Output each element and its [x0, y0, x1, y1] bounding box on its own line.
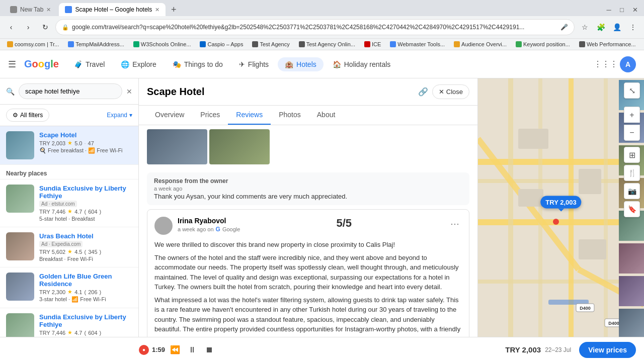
- nav-tab-rentals-label: Holiday rentals: [344, 60, 391, 68]
- bookmark-w3schools[interactable]: W3Schools Online...: [130, 40, 194, 48]
- tab2-close[interactable]: ✕: [155, 7, 159, 13]
- bookmark-webmaster[interactable]: Webmaster Tools...: [387, 40, 448, 48]
- search-input[interactable]: [19, 83, 122, 99]
- hotel-item-scape[interactable]: Scape Hotel TRY 2,003 ★ 5.0 · 47 🍳 Free …: [0, 126, 138, 165]
- bookmark-test-agency-online[interactable]: Test Agency Onlin...: [296, 40, 358, 48]
- bookmark-coomsy[interactable]: coomsy.com | Tr...: [4, 40, 62, 48]
- bookmark-tempmail[interactable]: TempMailAddress...: [65, 40, 127, 48]
- hamburger-menu[interactable]: ☰: [8, 59, 16, 70]
- tab1-title: New Tab: [20, 6, 43, 13]
- nearby-icon[interactable]: 🍴: [624, 165, 640, 181]
- amenity1-uras: Breakfast: [39, 256, 62, 262]
- map-thumb-8[interactable]: [619, 309, 644, 339]
- close-browser-icon[interactable]: ✕: [630, 5, 640, 15]
- zoom-out-button[interactable]: −: [624, 125, 640, 141]
- rating-uras: 4.5: [74, 249, 82, 255]
- nav-tab-flights-label: Flights: [248, 60, 269, 68]
- owner-response-text: Thank you Aysan, your kind comments are …: [154, 193, 462, 200]
- hotel-item-sundia1[interactable]: Sundia Exclusive by Liberty Fethiye Ad ·…: [0, 179, 138, 227]
- nav-tab-explore[interactable]: 🌐 Explore: [114, 57, 163, 71]
- zoom-in-button[interactable]: +: [624, 107, 640, 123]
- nav-tab-rentals[interactable]: 🏠 Holiday rentals: [326, 57, 398, 71]
- nav-tab-travel[interactable]: 🧳 Travel: [67, 57, 112, 71]
- tab-1[interactable]: New Tab ✕: [4, 3, 57, 16]
- hotel-amenity-scape: 🍳 Free breakfast · 📶 Free Wi-Fi: [39, 147, 132, 154]
- hotel-item-golden[interactable]: Golden Life Blue Green Residence TRY 2,3…: [0, 267, 138, 308]
- view-prices-button[interactable]: View prices: [579, 342, 636, 358]
- camera-icon[interactable]: 📷: [624, 183, 640, 199]
- map-price-badge[interactable]: TRY 2,003: [540, 196, 581, 209]
- flights-icon: ✈: [239, 60, 245, 68]
- review-more-button[interactable]: ⋯: [448, 217, 462, 231]
- tab1-close[interactable]: ✕: [46, 7, 51, 13]
- bookmark-pagespeed[interactable]: PageSpeed Insights: [642, 40, 645, 48]
- expand-button[interactable]: Expand ▾: [107, 112, 132, 119]
- map-type-button[interactable]: ⊞: [624, 147, 640, 163]
- review-photo-1[interactable]: [147, 129, 207, 164]
- bookmark-icon[interactable]: ☆: [578, 20, 592, 34]
- tab-prices[interactable]: Prices: [192, 106, 228, 125]
- reviewer-source: a week ago on G Google: [178, 226, 240, 233]
- mic-icon[interactable]: 🎤: [560, 24, 568, 31]
- nav-tab-hotels[interactable]: 🏨 Hotels: [278, 57, 324, 71]
- bookmark-caspio[interactable]: Caspio – Apps: [197, 40, 246, 48]
- user-avatar[interactable]: A: [620, 56, 636, 72]
- new-tab-button[interactable]: +: [168, 4, 180, 16]
- bottom-dates: 22–23 Jul: [545, 346, 571, 353]
- tab-about[interactable]: About: [309, 106, 344, 125]
- profile-icon[interactable]: 👤: [610, 20, 624, 34]
- header-right: ⋮⋮⋮ A: [598, 56, 636, 72]
- ad-badge-uras: Ad · Expedia.com: [39, 241, 83, 247]
- tab-2[interactable]: Scape Hotel – Google hotels ✕: [59, 3, 166, 16]
- map-thumb-6[interactable]: [619, 243, 644, 274]
- clear-search-icon[interactable]: ✕: [126, 87, 132, 96]
- google-logo[interactable]: Google: [24, 58, 59, 70]
- hotel-rating-meta-sundia2: TRY 7,446 ★ 4.7 (604): [39, 329, 132, 336]
- review-photo-2[interactable]: [209, 129, 270, 164]
- hotel-thumb-sundia1: [6, 185, 34, 213]
- skip-back-button[interactable]: ⏪: [168, 343, 182, 357]
- stop-button[interactable]: ⏹: [202, 343, 216, 357]
- nav-tab-travel-label: Travel: [86, 60, 105, 68]
- map-thumb-7[interactable]: [619, 276, 644, 306]
- minimize-icon[interactable]: ─: [604, 5, 614, 15]
- address-bar[interactable]: 🔒 google.com/travel/search?q=scape%20hot…: [55, 19, 575, 35]
- tab-reviews[interactable]: Reviews: [228, 106, 271, 125]
- restore-icon[interactable]: □: [617, 5, 627, 15]
- bookmark-ice[interactable]: ICE: [361, 40, 384, 48]
- external-link-icon[interactable]: 🔗: [418, 87, 428, 97]
- rating-sundia2: 4.7: [74, 330, 82, 336]
- nearby-places-label: Nearby places: [0, 165, 138, 179]
- hotel-amenity-uras: Breakfast · Free Wi-Fi: [39, 256, 132, 262]
- all-filters-button[interactable]: ⚙ All filters: [6, 109, 49, 122]
- price-sundia1: TRY 7,446: [39, 209, 65, 215]
- reload-button[interactable]: ↻: [38, 20, 52, 34]
- filter-bar: ⚙ All filters Expand ▾: [0, 105, 138, 126]
- bookmark-web-perf[interactable]: Web Performance...: [576, 40, 639, 48]
- nav-tab-flights[interactable]: ✈ Flights: [232, 57, 276, 71]
- extension-icon[interactable]: 🧩: [594, 20, 608, 34]
- hotel-item-uras[interactable]: Uras Beach Hotel Ad · Expedia.com TRY 5,…: [0, 227, 138, 267]
- back-button[interactable]: ‹: [4, 20, 18, 34]
- apps-icon[interactable]: ⋮⋮⋮: [598, 56, 614, 72]
- hotel-rating-meta-uras: TRY 5,602 ★ 4.5 (345): [39, 248, 132, 255]
- reviewer-time: a week ago on: [178, 226, 214, 232]
- svg-rect-12: [518, 189, 543, 207]
- forward-button[interactable]: ›: [21, 20, 35, 34]
- bookmark-test-agency[interactable]: Test Agency: [249, 40, 292, 48]
- review-para-1: The owners of the hotel and the staff we…: [154, 253, 462, 292]
- bookmark-keyword[interactable]: Keyword position...: [513, 40, 573, 48]
- svg-rect-11: [518, 129, 548, 149]
- tab-overview[interactable]: Overview: [147, 106, 192, 125]
- bookmarks-bar: coomsy.com | Tr... TempMailAddress... W3…: [0, 38, 644, 50]
- pause-button[interactable]: ⏸: [185, 343, 199, 357]
- fullscreen-button[interactable]: ⤡: [624, 82, 640, 99]
- bookmark-audience[interactable]: Audience Overvi...: [451, 40, 510, 48]
- tab-photos[interactable]: Photos: [271, 106, 309, 125]
- save-icon[interactable]: 🔖: [624, 201, 640, 217]
- nav-tab-things[interactable]: 🎭 Things to do: [166, 57, 230, 71]
- more-options-icon[interactable]: ⋮: [626, 20, 640, 34]
- close-label: Close: [446, 88, 463, 96]
- close-button[interactable]: ✕ Close: [432, 84, 469, 99]
- video-controls: ● 1:59 ⏪ ⏸ ⏹: [139, 343, 216, 357]
